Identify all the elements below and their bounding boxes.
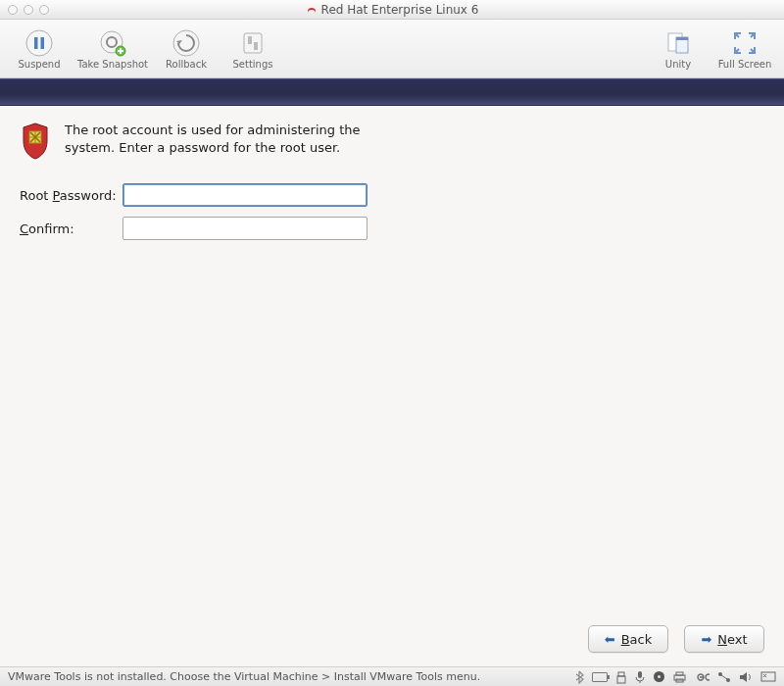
printer-icon[interactable] bbox=[673, 671, 686, 683]
root-password-label: Root Password: bbox=[20, 188, 122, 203]
svg-rect-1 bbox=[34, 37, 38, 49]
redhat-icon bbox=[306, 5, 316, 15]
arrow-right-icon: ➡ bbox=[701, 632, 711, 647]
svg-point-6 bbox=[173, 30, 199, 56]
shield-icon bbox=[20, 122, 55, 164]
svg-rect-16 bbox=[638, 671, 642, 678]
back-button[interactable]: ⬅ Back bbox=[588, 625, 668, 653]
svg-rect-8 bbox=[248, 36, 252, 44]
next-button[interactable]: ➡ Next bbox=[684, 625, 764, 653]
status-tray bbox=[574, 670, 776, 684]
svg-point-18 bbox=[658, 675, 661, 678]
installer-nav: ⬅ Back ➡ Next bbox=[0, 625, 784, 666]
link-icon[interactable] bbox=[694, 672, 710, 682]
svg-rect-20 bbox=[676, 672, 683, 675]
root-password-input[interactable] bbox=[122, 183, 368, 207]
snapshot-icon bbox=[98, 28, 127, 58]
network-icon[interactable] bbox=[717, 671, 731, 683]
bluetooth-icon[interactable] bbox=[574, 670, 584, 684]
vm-toolbar: Suspend Take Snapshot Rollback Settings bbox=[0, 20, 784, 78]
sound-icon[interactable] bbox=[739, 671, 753, 683]
svg-rect-2 bbox=[41, 37, 45, 49]
mic-icon[interactable] bbox=[635, 670, 645, 684]
take-snapshot-button[interactable]: Take Snapshot bbox=[74, 23, 151, 75]
confirm-password-label: Confirm: bbox=[20, 221, 122, 236]
confirm-password-input[interactable] bbox=[122, 217, 368, 240]
svg-rect-15 bbox=[617, 676, 625, 683]
svg-rect-7 bbox=[244, 33, 262, 53]
window-titlebar: Red Hat Enterprise Linux 6 bbox=[0, 0, 784, 20]
hdd-icon[interactable] bbox=[592, 672, 608, 682]
status-message: VMware Tools is not installed. Choose th… bbox=[8, 670, 574, 683]
fullscreen-icon bbox=[730, 28, 760, 58]
arrow-left-icon: ⬅ bbox=[605, 632, 615, 647]
settings-icon bbox=[238, 28, 268, 58]
fullscreen-button[interactable]: Full Screen bbox=[713, 23, 776, 75]
cd-icon[interactable] bbox=[653, 670, 665, 683]
settings-button[interactable]: Settings bbox=[221, 23, 284, 75]
suspend-button[interactable]: Suspend bbox=[8, 23, 71, 75]
installer-content: The root account is used for administeri… bbox=[0, 106, 784, 625]
rollback-button[interactable]: Rollback bbox=[155, 23, 218, 75]
svg-rect-14 bbox=[618, 672, 624, 676]
svg-rect-9 bbox=[254, 42, 258, 50]
installer-banner bbox=[0, 78, 784, 106]
intro-text: The root account is used for administeri… bbox=[65, 122, 378, 164]
svg-rect-12 bbox=[676, 37, 688, 40]
usb-icon[interactable] bbox=[615, 670, 627, 684]
rollback-icon bbox=[172, 28, 201, 58]
unity-button[interactable]: Unity bbox=[647, 23, 710, 75]
svg-point-0 bbox=[26, 30, 52, 56]
status-bar: VMware Tools is not installed. Choose th… bbox=[0, 666, 784, 686]
pause-icon bbox=[24, 28, 54, 58]
unity-icon bbox=[663, 28, 693, 58]
display-icon[interactable] bbox=[760, 671, 776, 683]
window-title: Red Hat Enterprise Linux 6 bbox=[321, 3, 479, 17]
